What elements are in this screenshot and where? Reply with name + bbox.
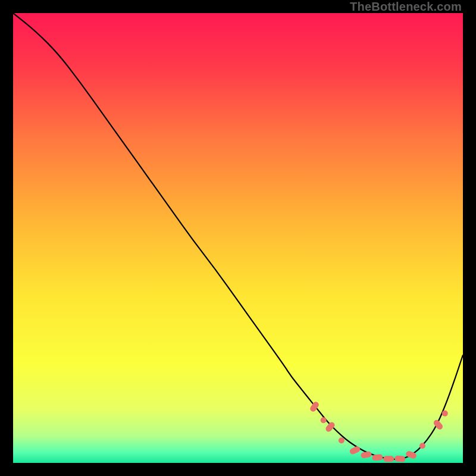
marker-dot (442, 411, 448, 416)
marker-dot (339, 437, 345, 443)
chart-frame (13, 13, 463, 463)
watermark-text: TheBottleneck.com (350, 0, 462, 14)
chart-background (13, 13, 463, 463)
chart-plot (13, 13, 463, 463)
marker-pill (383, 456, 394, 462)
marker-dot (419, 443, 425, 449)
marker-dot (321, 417, 327, 423)
